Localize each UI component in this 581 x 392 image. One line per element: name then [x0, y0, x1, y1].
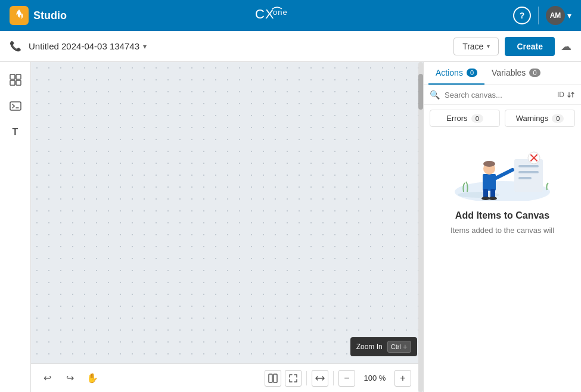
search-icon: 🔍	[430, 90, 440, 99]
empty-state-title: Add Items to Canvas	[455, 210, 549, 221]
canvas-area[interactable]: ↩ ↪ ✋	[31, 62, 423, 392]
split-view-button[interactable]	[265, 370, 281, 387]
warnings-count: 0	[552, 114, 564, 123]
divider	[306, 371, 307, 385]
panel-search-row: 🔍 ID	[424, 85, 581, 105]
svg-rect-7	[10, 102, 21, 110]
studio-logo-icon	[10, 6, 29, 25]
script-title: Untitled 2024-04-03 134743 ▾	[29, 41, 147, 51]
text-tool-button[interactable]: T	[5, 122, 26, 143]
plus-symbol: +	[403, 342, 408, 351]
trace-button[interactable]: Trace ▾	[453, 38, 499, 55]
empty-state: Add Items to Canvas Items added to the c…	[424, 132, 581, 392]
pan-tool-button[interactable]: ✋	[83, 369, 101, 387]
svg-rect-22	[483, 174, 496, 191]
top-header: Studio CX one ? AM ▾	[0, 0, 581, 31]
warnings-filter-button[interactable]: Warnings 0	[505, 110, 575, 127]
second-header-right: Trace ▾ Create ☁	[453, 37, 571, 56]
left-sidebar: T	[0, 62, 31, 392]
user-menu-button[interactable]: AM ▾	[546, 6, 571, 25]
error-warning-row: Errors 0 Warnings 0	[424, 105, 581, 132]
svg-point-28	[481, 197, 490, 200]
svg-line-9	[13, 106, 14, 108]
ctrl-key: Ctrl	[391, 343, 401, 350]
cxone-logo: CX one	[255, 4, 327, 27]
title-dropdown-icon[interactable]: ▾	[143, 42, 147, 51]
zoom-in-tooltip-text: Zoom In	[356, 343, 383, 351]
trace-label: Trace	[462, 42, 483, 51]
header-right: ? AM ▾	[513, 6, 571, 25]
empty-state-description: Items added to the canvas will	[441, 226, 564, 235]
zoom-out-button[interactable]: −	[338, 370, 355, 387]
shapes-tool-button[interactable]	[5, 69, 26, 91]
code-icon	[10, 100, 21, 112]
canvas-bottom-bar: ↩ ↪ ✋	[31, 363, 418, 392]
zoom-in-tooltip: Zoom In Ctrl +	[350, 337, 417, 356]
text-icon: T	[13, 127, 18, 138]
app-name: Studio	[33, 10, 67, 22]
svg-point-24	[483, 161, 495, 167]
zoom-level: 100 %	[360, 374, 390, 382]
fit-width-button[interactable]	[312, 370, 328, 387]
svg-text:CX: CX	[255, 7, 275, 21]
zoom-in-button[interactable]: +	[394, 370, 411, 387]
svg-line-25	[496, 170, 512, 178]
redo-button[interactable]: ↪	[61, 369, 79, 387]
id-label: ID	[557, 91, 564, 99]
svg-rect-4	[16, 74, 21, 79]
svg-rect-17	[518, 177, 532, 179]
id-sort-control[interactable]: ID	[557, 91, 575, 99]
right-panel: Actions 0 Variables 0 🔍 ID Error	[423, 62, 581, 392]
script-title-text: Untitled 2024-04-03 134743	[29, 41, 139, 51]
svg-rect-16	[518, 171, 539, 173]
panel-tabs: Actions 0 Variables 0	[424, 62, 581, 85]
zoom-control: − 100 % +	[338, 370, 411, 387]
svg-point-29	[489, 197, 497, 200]
canvas-bottom-right: − 100 % +	[265, 370, 411, 387]
svg-rect-12	[274, 374, 277, 382]
header-center: CX one	[255, 4, 327, 27]
errors-filter-button[interactable]: Errors 0	[430, 110, 500, 127]
tab-variables-label: Variables	[492, 68, 526, 77]
svg-rect-11	[269, 374, 272, 382]
tab-variables[interactable]: Variables 0	[484, 62, 547, 85]
errors-label: Errors	[446, 114, 467, 123]
svg-rect-6	[16, 80, 21, 85]
scrollbar-thumb	[418, 74, 423, 110]
chevron-down-icon: ▾	[567, 11, 571, 20]
studio-logo: Studio	[10, 6, 67, 25]
svg-rect-3	[10, 74, 15, 79]
main-layout: T ↩ ↪ ✋	[0, 62, 581, 392]
split-view-icon	[268, 374, 278, 383]
actions-badge: 0	[467, 69, 477, 77]
help-button[interactable]: ?	[513, 7, 531, 24]
avatar: AM	[546, 6, 565, 25]
search-input[interactable]	[445, 91, 552, 99]
cloud-save-button[interactable]: ☁	[561, 40, 571, 53]
layout-icons	[265, 370, 302, 387]
code-tool-button[interactable]	[5, 95, 26, 117]
svg-rect-14	[514, 159, 543, 192]
shapes-icon	[10, 74, 21, 86]
warnings-label: Warnings	[516, 114, 548, 123]
empty-illustration	[446, 141, 559, 201]
svg-text:one: one	[273, 8, 288, 17]
phone-icon: 📞	[10, 41, 21, 52]
fit-width-icon	[315, 374, 325, 383]
tab-actions-label: Actions	[436, 68, 463, 77]
svg-rect-15	[518, 165, 539, 167]
errors-count: 0	[471, 114, 483, 123]
fullscreen-button[interactable]	[285, 370, 302, 387]
tab-actions[interactable]: Actions 0	[428, 62, 484, 85]
create-button[interactable]: Create	[505, 37, 555, 56]
sort-icon	[567, 91, 575, 99]
trace-dropdown-icon: ▾	[487, 43, 490, 49]
zoom-shortcut-kbd: Ctrl +	[387, 341, 411, 353]
second-header: 📞 Untitled 2024-04-03 134743 ▾ Trace ▾ C…	[0, 31, 581, 62]
svg-rect-5	[10, 80, 15, 85]
variables-badge: 0	[529, 69, 540, 77]
divider2	[333, 371, 334, 385]
undo-button[interactable]: ↩	[38, 369, 56, 387]
canvas-scrollbar[interactable]	[418, 62, 423, 392]
fullscreen-icon	[288, 374, 298, 383]
